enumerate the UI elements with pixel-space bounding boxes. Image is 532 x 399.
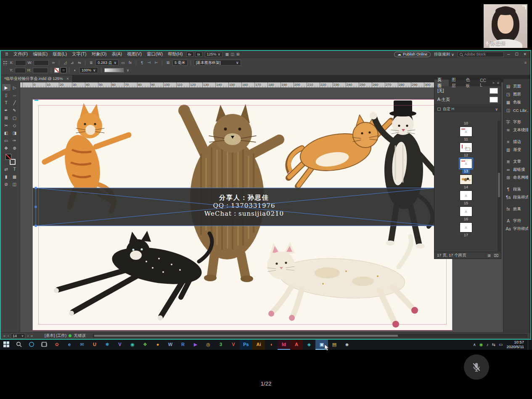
info-band[interactable]: 分享人：孙思佳 QQ：1370331976 WeChat：sunsijia021…: [33, 188, 435, 226]
dock-item-图层[interactable]: ◳图层: [503, 90, 530, 98]
preflight-errors-text[interactable]: 无错误: [74, 333, 86, 338]
prev-page-button[interactable]: ‹: [8, 334, 9, 338]
apply-gradient-icon[interactable]: ▦: [11, 173, 19, 180]
page-number-label[interactable]: 15: [462, 201, 470, 206]
taskbar-camera-app[interactable]: ◉: [126, 339, 139, 350]
page-tool[interactable]: ▯: [2, 92, 11, 98]
taskbar-word[interactable]: W: [164, 339, 177, 350]
chevron-up-icon[interactable]: ∧: [473, 342, 476, 347]
dock-item-文章[interactable]: ≣文章: [503, 158, 530, 166]
taskbar-uc-browser[interactable]: U: [88, 339, 101, 350]
taskbar-app-red-v[interactable]: V: [227, 339, 240, 350]
tray-green-icon[interactable]: ◉: [479, 342, 483, 347]
page-thumbnail-15[interactable]: A: [460, 190, 472, 201]
cortana-button[interactable]: [25, 339, 38, 350]
composition-rules-select[interactable]: 排版规则 ∨: [434, 52, 454, 57]
hand-tool[interactable]: ✥: [2, 145, 11, 151]
scissors-tool[interactable]: ✂: [2, 122, 11, 129]
apply-none-icon[interactable]: ⊘: [2, 181, 11, 188]
taskbar-illustrator[interactable]: Ai: [252, 339, 265, 350]
taskbar-video-app[interactable]: ▶: [189, 339, 202, 350]
pages-scrollbar[interactable]: [498, 121, 500, 251]
gradient-feather-tool[interactable]: ◨: [11, 129, 19, 136]
tray-notify-icon[interactable]: ▭: [499, 342, 503, 347]
dock-item-文本绕排[interactable]: ≋文本绕排: [503, 126, 530, 134]
first-page-button[interactable]: «: [3, 334, 5, 338]
pen-tool[interactable]: ✒: [2, 107, 11, 114]
taskbar-photoshop[interactable]: Ps: [240, 339, 252, 350]
taskbar-chrome[interactable]: ◎: [202, 339, 214, 350]
selection-tool[interactable]: ▶: [2, 84, 11, 91]
last-page-button[interactable]: »: [31, 334, 33, 338]
formatting-affects-text-icon[interactable]: T: [11, 166, 19, 172]
horizontal-ruler[interactable]: 0102030405060708090100110120130140150160…: [20, 82, 435, 87]
page-number-label[interactable]: 10: [462, 121, 470, 126]
menu-item[interactable]: 版面(L): [50, 51, 69, 57]
h-input[interactable]: [33, 68, 48, 73]
dock-item-超链接[interactable]: ∞超链接: [503, 166, 530, 174]
fill-stroke-swatches[interactable]: [5, 154, 16, 165]
menu-item[interactable]: 窗口(W): [144, 51, 165, 57]
panel-tab-页面[interactable]: 页面: [434, 79, 449, 86]
taskbar-contacts[interactable]: ☻: [341, 339, 353, 350]
w-input[interactable]: [34, 60, 49, 66]
dock-item-字符样式[interactable]: Aa字符样式: [503, 225, 530, 233]
taskbar-screen-share-app[interactable]: ▣: [315, 339, 328, 350]
fill-swatch[interactable]: [5, 154, 11, 160]
taskbar-app-green[interactable]: ❖: [139, 339, 151, 350]
direct-selection-tool[interactable]: ▷: [11, 84, 19, 91]
current-page-select[interactable]: 14 ∨: [11, 333, 25, 338]
chevron-down-icon[interactable]: ∨: [125, 68, 131, 72]
menu-item[interactable]: 编辑(E): [30, 51, 50, 57]
document-tab[interactable]: *临毕业经验分享会.indd @ 125% ✕: [1, 75, 73, 82]
fill-color-swatch[interactable]: [54, 68, 59, 73]
stroke-swatch[interactable]: [10, 159, 16, 165]
tab-close-icon[interactable]: ✕: [66, 77, 69, 81]
dock-item-命名网格[interactable]: ⊞命名网格: [503, 174, 530, 182]
delete-page-icon[interactable]: ⌧: [494, 253, 498, 258]
type-tool[interactable]: T: [2, 99, 11, 106]
tray-network-icon[interactable]: ⇆: [492, 342, 495, 347]
page-thumbnail-16[interactable]: A: [460, 206, 472, 217]
taskbar-indesign[interactable]: Id: [278, 339, 290, 350]
start-button[interactable]: [0, 339, 13, 350]
taskbar-app-r[interactable]: R: [177, 339, 189, 350]
menu-item[interactable]: 帮助(H): [165, 51, 185, 57]
pencil-tool[interactable]: ✎: [11, 107, 19, 114]
page-number-label[interactable]: 17: [462, 233, 470, 238]
text-wrap-icon[interactable]: ¶: [139, 61, 145, 65]
close-button[interactable]: ✕: [523, 52, 527, 56]
dock-item-字符[interactable]: A字符: [503, 217, 530, 225]
microphone-muted-indicator[interactable]: [464, 354, 489, 380]
page-thumbnail-11[interactable]: A: [460, 127, 472, 137]
align-left-icon[interactable]: ⊣: [146, 61, 152, 65]
apply-color-icon[interactable]: ▮: [2, 173, 11, 180]
app-grid-icon[interactable]: ⠿: [3, 52, 11, 57]
taskbar-app-teal-doc[interactable]: ◈: [303, 339, 315, 350]
stock-search-input[interactable]: Adobe Stock: [458, 52, 504, 57]
maximize-button[interactable]: ☐: [515, 52, 518, 56]
y-input[interactable]: [15, 68, 26, 73]
page-thumbnail-14[interactable]: [460, 174, 472, 185]
menu-item[interactable]: 文件(F): [11, 51, 30, 57]
dock-item-段落样式[interactable]: ¶a段落样式: [503, 193, 530, 201]
taskbar-edge[interactable]: e: [63, 339, 76, 350]
gradient-preview[interactable]: [104, 68, 124, 72]
page-thumbnail-12[interactable]: A: [460, 143, 472, 153]
page-number-label[interactable]: 13: [462, 169, 470, 174]
eyedropper-tool[interactable]: ✑: [11, 137, 19, 144]
next-page-button[interactable]: ›: [27, 334, 29, 338]
taskbar-mail[interactable]: ✉: [76, 339, 88, 350]
dock-item-描边[interactable]: ≡描边: [503, 138, 530, 146]
constrain-link-icon[interactable]: ∞: [50, 61, 56, 65]
gradient-swatch-tool[interactable]: ◧: [2, 129, 11, 136]
line-tool[interactable]: ╱: [11, 99, 19, 106]
taskbar-app-snowflake[interactable]: ❄: [101, 339, 114, 350]
page-number-label[interactable]: 16: [462, 217, 470, 222]
panel-menu-icon[interactable]: ≡: [497, 81, 499, 85]
gap-tool[interactable]: ⇔: [11, 92, 19, 98]
taskbar-app-v[interactable]: V: [114, 339, 126, 350]
page-size-preset[interactable]: 自定 H ∨: [434, 106, 501, 112]
taskbar-acrobat[interactable]: A: [290, 339, 303, 350]
dock-item-CC Libr...[interactable]: ◫CC Libr...: [503, 106, 530, 114]
